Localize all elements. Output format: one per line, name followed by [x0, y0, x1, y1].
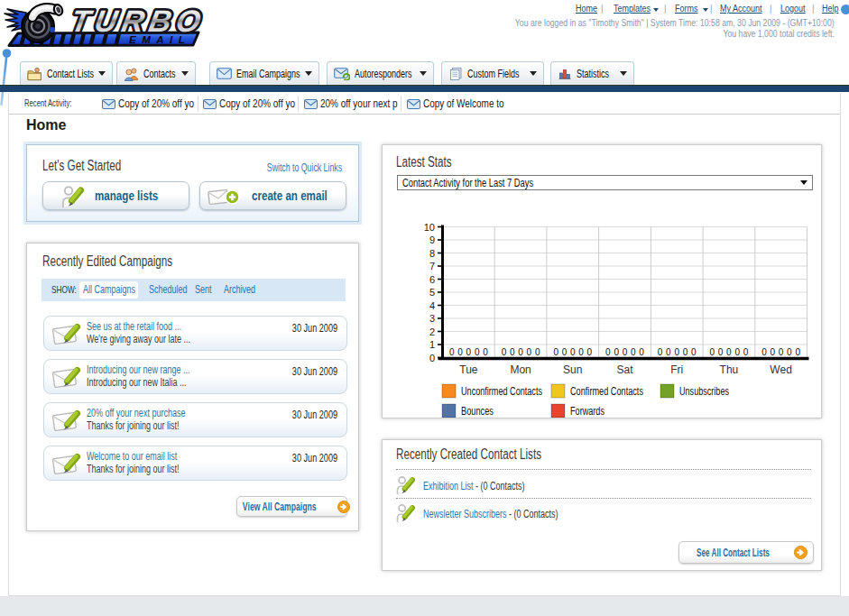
svg-text:10: 10 [424, 222, 435, 233]
svg-text:Mon: Mon [510, 363, 531, 376]
svg-text:0: 0 [502, 347, 507, 357]
svg-text:8: 8 [429, 248, 435, 259]
svg-text:0: 0 [570, 347, 576, 357]
svg-text:0: 0 [578, 347, 584, 357]
svg-text:5: 5 [429, 287, 435, 298]
svg-text:0: 0 [605, 347, 611, 357]
svg-text:0: 0 [683, 347, 688, 357]
svg-text:Forwards: Forwards [570, 405, 604, 418]
svg-text:Unconfirmed Contacts: Unconfirmed Contacts [461, 385, 542, 398]
svg-text:0: 0 [631, 347, 636, 357]
svg-text:4: 4 [429, 300, 435, 311]
svg-text:0: 0 [623, 347, 628, 357]
svg-text:0: 0 [475, 347, 480, 357]
svg-text:0: 0 [779, 347, 784, 357]
svg-text:2: 2 [429, 326, 435, 337]
svg-text:0: 0 [562, 347, 568, 357]
svg-text:0: 0 [666, 347, 671, 357]
svg-text:Unsubscribes: Unsubscribes [679, 385, 729, 398]
svg-text:6: 6 [429, 274, 435, 285]
svg-text:Thu: Thu [720, 363, 739, 376]
svg-text:0: 0 [553, 347, 558, 357]
svg-text:0: 0 [734, 347, 740, 357]
svg-text:0: 0 [795, 347, 800, 357]
svg-text:0: 0 [726, 347, 732, 357]
svg-text:0: 0 [466, 347, 472, 357]
svg-text:1: 1 [429, 339, 435, 350]
svg-text:0: 0 [587, 347, 593, 357]
svg-text:0: 0 [674, 347, 679, 357]
svg-text:Tue: Tue [459, 363, 478, 376]
svg-text:Wed: Wed [770, 363, 791, 376]
svg-text:0: 0 [527, 347, 532, 357]
svg-text:3: 3 [429, 313, 435, 324]
svg-text:0: 0 [457, 347, 463, 357]
svg-text:Bounces: Bounces [461, 405, 494, 418]
svg-text:0: 0 [614, 347, 619, 357]
svg-text:0: 0 [787, 347, 792, 357]
svg-text:9: 9 [429, 234, 435, 245]
svg-text:0: 0 [761, 347, 767, 357]
svg-text:0: 0 [639, 347, 644, 357]
svg-text:TURBO: TURBO [69, 4, 205, 38]
svg-text:0: 0 [710, 347, 715, 357]
svg-text:0: 0 [510, 347, 515, 357]
svg-text:0: 0 [771, 347, 776, 357]
svg-text:0: 0 [658, 347, 663, 357]
svg-text:Sat: Sat [616, 363, 633, 376]
svg-text:0: 0 [449, 347, 455, 357]
svg-text:0: 0 [429, 353, 435, 363]
svg-text:0: 0 [691, 347, 697, 357]
svg-text:0: 0 [718, 347, 724, 357]
svg-text:Confirmed Contacts: Confirmed Contacts [570, 385, 643, 398]
svg-text:7: 7 [429, 261, 435, 271]
svg-text:Fri: Fri [670, 363, 683, 376]
svg-text:0: 0 [483, 347, 488, 357]
svg-text:0: 0 [518, 347, 523, 357]
svg-text:0: 0 [743, 347, 749, 357]
svg-text:0: 0 [535, 347, 540, 357]
svg-text:Sun: Sun [563, 363, 582, 376]
